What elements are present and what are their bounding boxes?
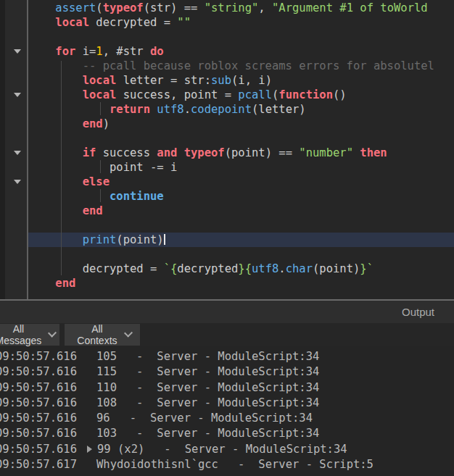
log-message: 108 [96, 396, 117, 411]
code-line[interactable]: decrypted = `{decrypted}{utf8.char(point… [28, 262, 454, 276]
indent-guide [100, 102, 101, 115]
code-token: }{ [238, 262, 252, 275]
code-token [150, 103, 157, 116]
code-line[interactable]: end [28, 204, 454, 218]
code-token: local [83, 88, 117, 101]
code-token: do [150, 45, 164, 58]
code-token: end [83, 117, 103, 130]
code-area[interactable]: assert(typeof(str) == "string", "Argumen… [28, 1, 454, 291]
log-location: Server - ModuleScript:34 [150, 411, 313, 426]
log-location: Server - ModuleScript:34 [157, 426, 319, 441]
code-token: codepoint [191, 103, 252, 116]
log-row[interactable]: 09:50:57.616103-Server - ModuleScript:34 [0, 426, 454, 441]
code-token: -- pcall because roblox screams errors f… [83, 59, 434, 72]
log-timestamp: 09:50:57.617 [0, 457, 77, 472]
expand-arrow-icon[interactable] [87, 446, 92, 453]
indent-guide [100, 189, 101, 202]
code-token: return [110, 103, 150, 116]
code-token: }` [360, 262, 373, 275]
fold-arrow-icon[interactable] [14, 93, 21, 97]
code-token: (str) == [144, 1, 205, 14]
code-line[interactable] [28, 247, 454, 262]
log-message: 110 [96, 380, 117, 396]
log-row[interactable]: 09:50:57.617Whydoidothisnl`gcc-Server - … [0, 457, 454, 472]
code-token: end [83, 204, 103, 217]
code-token: for [55, 45, 75, 58]
log-separator: - [238, 457, 244, 472]
code-line[interactable]: end [28, 276, 454, 291]
code-line[interactable] [28, 30, 454, 44]
log-message: 99 (x2) [97, 442, 144, 457]
code-line[interactable]: local success, point = pcall(function() [28, 88, 454, 102]
log-message: Whydoidothisnl`gcc [96, 457, 218, 472]
code-token: "Argument #1 of toWorld [272, 1, 428, 14]
contexts-filter-dropdown[interactable]: All Contexts [65, 324, 140, 346]
log-message: 96 [96, 411, 110, 426]
code-token: (point) [116, 233, 163, 246]
messages-filter-dropdown[interactable]: All Messages [0, 324, 59, 346]
fold-arrow-icon[interactable] [14, 180, 21, 184]
code-token: "number" [299, 146, 353, 159]
code-line[interactable]: local letter = str:sub(i, i) [28, 73, 454, 88]
code-line[interactable]: local decrypted = "" [28, 15, 454, 30]
log-row[interactable]: 09:50:57.616105-Server - ModuleScript:34 [0, 349, 454, 364]
code-token: if [83, 146, 96, 159]
log-separator: - [136, 364, 143, 380]
code-token: decrypted [177, 262, 238, 275]
roblox-studio-window: assert(typeof(str) == "string", "Argumen… [0, 0, 454, 476]
code-token: end [55, 277, 75, 290]
code-token: print [83, 233, 117, 246]
output-panel-title: Output [402, 306, 454, 318]
code-line[interactable]: -- pcall because roblox screams errors f… [28, 59, 454, 73]
code-line[interactable] [28, 131, 454, 146]
code-token: (point) [313, 262, 360, 275]
indent-guide [100, 160, 101, 173]
code-token: continue [110, 190, 164, 203]
code-line[interactable]: if success and typeof(point) == "number"… [28, 146, 454, 160]
code-token: local [83, 74, 117, 87]
code-token: function [278, 88, 333, 101]
log-row[interactable]: 09:50:57.61699 (x2)-Server - ModuleScrip… [0, 442, 454, 457]
code-token: then [360, 146, 387, 159]
code-line[interactable]: return utf8.codepoint(letter) [28, 102, 454, 117]
code-line[interactable]: end) [28, 117, 454, 131]
code-token: success [96, 146, 157, 159]
log-separator: - [136, 349, 143, 364]
fold-arrow-icon[interactable] [14, 151, 21, 155]
code-line[interactable]: point -= i [28, 160, 454, 175]
code-token: ( [272, 88, 278, 101]
code-token: point -= i [110, 161, 177, 174]
code-token [177, 146, 183, 159]
log-message: 103 [96, 426, 117, 441]
code-token: utf8 [157, 103, 183, 116]
current-code-line[interactable]: print(point) [28, 233, 454, 247]
code-token: i= [75, 45, 96, 58]
code-token: ) [103, 117, 110, 130]
code-token: . [184, 103, 191, 116]
code-line[interactable]: for i=1, #str do [28, 44, 454, 59]
log-row[interactable]: 09:50:57.616108-Server - ModuleScript:34 [0, 396, 454, 411]
log-timestamp: 09:50:57.616 [0, 380, 77, 396]
code-token [353, 146, 360, 159]
log-row[interactable]: 09:50:57.616115-Server - ModuleScript:34 [0, 364, 454, 380]
log-row[interactable]: 09:50:57.616110-Server - ModuleScript:34 [0, 380, 454, 396]
log-row[interactable]: 09:50:57.61696-Server - ModuleScript:34 [0, 411, 454, 426]
log-separator: - [164, 442, 170, 457]
code-line[interactable] [28, 218, 454, 233]
code-line[interactable]: else [28, 175, 454, 189]
log-message: 115 [96, 364, 117, 380]
code-token: ( [96, 1, 102, 14]
code-token: assert [55, 1, 96, 14]
messages-filter-label: All Messages [0, 323, 45, 346]
code-line[interactable]: assert(typeof(str) == "string", "Argumen… [28, 1, 454, 15]
log-timestamp: 09:50:57.616 [0, 396, 77, 411]
output-log-list[interactable]: 09:50:57.616105-Server - ModuleScript:34… [0, 346, 454, 476]
code-token: `{ [164, 262, 178, 275]
code-token: typeof [184, 146, 225, 159]
code-line[interactable]: continue [28, 189, 454, 204]
log-location: Server - ModuleScript:34 [185, 442, 347, 457]
script-editor[interactable]: assert(typeof(str) == "string", "Argumen… [0, 0, 454, 299]
code-token: typeof [103, 1, 144, 14]
output-panel-header: Output [0, 301, 454, 323]
fold-arrow-icon[interactable] [14, 49, 21, 54]
